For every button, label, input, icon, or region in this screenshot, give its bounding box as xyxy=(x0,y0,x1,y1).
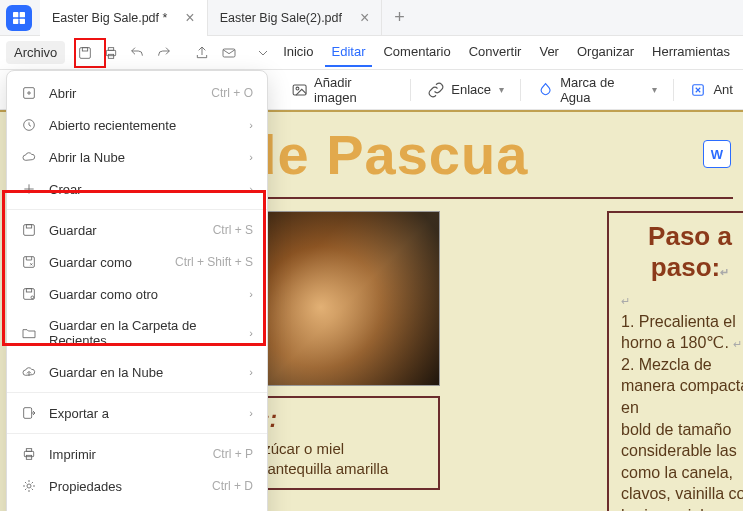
share-icon[interactable] xyxy=(191,40,213,66)
link-button[interactable]: Enlace ▾ xyxy=(427,81,504,99)
export-icon xyxy=(21,405,37,421)
step-line: como la canela, clavos, vainilla co xyxy=(621,462,743,505)
svg-rect-8 xyxy=(108,54,113,58)
svg-rect-24 xyxy=(26,455,31,459)
folder-icon xyxy=(21,325,37,341)
cloud-upload-icon xyxy=(21,364,37,380)
add-image-label: Añadir imagen xyxy=(314,75,394,105)
svg-rect-9 xyxy=(223,49,235,57)
menu-item-abierto-rec[interactable]: Abierto recientemente › xyxy=(7,109,267,141)
steps-title: Paso a paso:↵ xyxy=(621,221,743,283)
save-as-icon xyxy=(21,254,37,270)
menu-item-preferencias[interactable]: Preferencias Ctrl + K xyxy=(7,502,267,511)
svg-rect-15 xyxy=(24,225,35,236)
svg-rect-21 xyxy=(24,408,32,419)
ant-button[interactable]: Ant xyxy=(689,81,733,99)
menu-separator xyxy=(7,392,267,393)
print-icon xyxy=(21,446,37,462)
svg-rect-22 xyxy=(24,451,33,456)
file-menu-dropdown: Abrir Ctrl + O Abierto recientemente › A… xyxy=(6,70,268,511)
chevron-right-icon: › xyxy=(249,183,253,195)
chevron-right-icon: › xyxy=(249,366,253,378)
tab-1[interactable]: Easter Big Sale(2).pdf × xyxy=(208,0,383,36)
chevron-right-icon: › xyxy=(249,151,253,163)
svg-rect-16 xyxy=(26,225,31,228)
menu-item-guardar-como[interactable]: Guardar como Ctrl + Shift + S xyxy=(7,246,267,278)
svg-rect-19 xyxy=(26,289,31,292)
watermark-label: Marca de Agua xyxy=(560,75,643,105)
svg-rect-0 xyxy=(13,12,18,17)
menu-item-guardar-carpeta[interactable]: Guardar en la Carpeta de Recientes › xyxy=(7,310,267,356)
svg-point-11 xyxy=(296,87,299,90)
separator xyxy=(410,79,411,101)
tab-title: Easter Big Sale(2).pdf xyxy=(220,11,342,25)
separator xyxy=(673,79,674,101)
tab-editar[interactable]: Editar xyxy=(325,38,373,67)
chevron-right-icon: › xyxy=(249,327,253,339)
tab-organizar[interactable]: Organizar xyxy=(570,38,641,67)
gear-icon xyxy=(21,478,37,494)
menu-item-exportar[interactable]: Exportar a › xyxy=(7,397,267,429)
ribbon-tabs: Inicio Editar Comentario Convertir Ver O… xyxy=(276,38,737,67)
menu-separator xyxy=(7,209,267,210)
file-menu-button[interactable]: Archivo xyxy=(6,41,65,64)
svg-rect-17 xyxy=(24,257,35,268)
word-export-badge[interactable]: W xyxy=(703,140,731,168)
svg-rect-7 xyxy=(108,47,113,50)
mail-icon[interactable] xyxy=(217,40,239,66)
tab-comentario[interactable]: Comentario xyxy=(376,38,457,67)
dropdown-toggle-icon[interactable] xyxy=(252,40,274,66)
step-line: bold de tamaño considerable las xyxy=(621,419,743,462)
redo-icon[interactable] xyxy=(153,40,175,66)
clock-icon xyxy=(21,117,37,133)
step-line: 2. Mezcla de manera compacta en xyxy=(621,354,743,419)
ant-label: Ant xyxy=(713,82,733,97)
quick-toolbar: Archivo Inicio Editar Comentario Convert… xyxy=(0,36,743,70)
menu-item-crear[interactable]: Crear › xyxy=(7,173,267,205)
tab-herramientas[interactable]: Herramientas xyxy=(645,38,737,67)
plus-square-icon xyxy=(21,85,37,101)
tab-0[interactable]: Easter Big Sale.pdf * × xyxy=(40,0,208,36)
svg-point-20 xyxy=(31,296,34,299)
chevron-right-icon: › xyxy=(249,288,253,300)
plus-icon xyxy=(21,181,37,197)
add-image-button[interactable]: Añadir imagen xyxy=(291,75,395,105)
separator xyxy=(520,79,521,101)
add-tab-button[interactable]: + xyxy=(382,7,417,28)
save-other-icon xyxy=(21,286,37,302)
svg-rect-3 xyxy=(20,18,25,23)
chevron-down-icon: ▾ xyxy=(499,84,504,95)
tab-ver[interactable]: Ver xyxy=(532,38,566,67)
svg-rect-10 xyxy=(293,84,306,94)
highlight-box-save xyxy=(74,38,106,68)
menu-item-abrir[interactable]: Abrir Ctrl + O xyxy=(7,77,267,109)
tab-title: Easter Big Sale.pdf * xyxy=(52,11,167,25)
undo-icon[interactable] xyxy=(126,40,148,66)
chevron-down-icon: ▾ xyxy=(652,84,657,95)
menu-separator xyxy=(7,433,267,434)
svg-rect-1 xyxy=(20,12,25,17)
svg-rect-23 xyxy=(26,449,31,452)
svg-rect-6 xyxy=(106,50,115,55)
tabs-bar: Easter Big Sale.pdf * × Easter Big Sale(… xyxy=(0,0,743,36)
save-icon xyxy=(21,222,37,238)
cloud-icon xyxy=(21,149,37,165)
tab-convertir[interactable]: Convertir xyxy=(462,38,529,67)
menu-item-guardar-como-otro[interactable]: Guardar como otro › xyxy=(7,278,267,310)
step-line: 1. Precalienta el horno a 180℃. ↵ xyxy=(621,311,743,354)
tab-inicio[interactable]: Inicio xyxy=(276,38,320,67)
link-label: Enlace xyxy=(451,82,491,97)
menu-item-guardar[interactable]: Guardar Ctrl + S xyxy=(7,214,267,246)
svg-rect-18 xyxy=(24,289,35,300)
menu-item-propiedades[interactable]: Propiedades Ctrl + D xyxy=(7,470,267,502)
chevron-right-icon: › xyxy=(249,119,253,131)
step-line: harina, miel o azúcar. Poco a poco xyxy=(621,505,743,511)
svg-point-25 xyxy=(27,484,31,488)
close-icon[interactable]: × xyxy=(185,9,194,27)
watermark-button[interactable]: Marca de Agua ▾ xyxy=(537,75,656,105)
close-icon[interactable]: × xyxy=(360,9,369,27)
chevron-right-icon: › xyxy=(249,407,253,419)
menu-item-imprimir[interactable]: Imprimir Ctrl + P xyxy=(7,438,267,470)
menu-item-guardar-nube[interactable]: Guardar en la Nube › xyxy=(7,356,267,388)
menu-item-abrir-nube[interactable]: Abrir la Nube › xyxy=(7,141,267,173)
